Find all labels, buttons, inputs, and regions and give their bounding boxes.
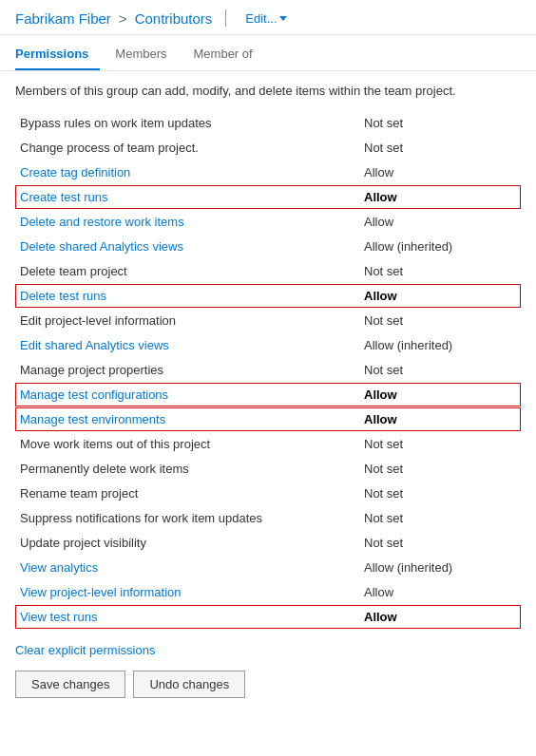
permission-name[interactable]: Create tag definition	[20, 165, 364, 180]
permission-value: Not set	[364, 511, 516, 525]
permission-value: Allow	[364, 215, 516, 229]
table-row: View analyticsAllow (inherited)	[15, 556, 521, 579]
permission-name[interactable]: Manage test configurations	[20, 387, 364, 402]
permission-value: Allow	[364, 190, 516, 204]
chevron-down-icon	[279, 16, 287, 21]
table-row: Manage project propertiesNot set	[15, 358, 521, 382]
group-link[interactable]: Contributors	[135, 10, 213, 27]
table-row: Delete shared Analytics viewsAllow (inhe…	[15, 235, 521, 258]
permission-value: Not set	[364, 536, 516, 550]
permission-value: Allow	[364, 289, 516, 303]
permission-name[interactable]: Delete and restore work items	[20, 215, 364, 229]
org-link[interactable]: Fabrikam Fiber	[15, 10, 111, 27]
permission-value: Not set	[364, 462, 516, 476]
permission-name: Manage project properties	[20, 363, 364, 377]
permission-value: Allow	[364, 585, 516, 599]
permissions-list: Bypass rules on work item updatesNot set…	[15, 111, 521, 629]
table-row: Manage test configurationsAllow	[15, 383, 521, 406]
permission-name: Permanently delete work items	[20, 462, 364, 476]
table-row: Rename team projectNot set	[15, 482, 521, 505]
table-row: Move work items out of this projectNot s…	[15, 432, 521, 456]
table-row: View project-level informationAllow	[15, 580, 521, 604]
save-button[interactable]: Save changes	[15, 671, 125, 698]
permission-value: Allow (inherited)	[364, 338, 516, 352]
table-row: Edit project-level informationNot set	[15, 309, 521, 332]
permission-name[interactable]: Manage test environments	[20, 412, 364, 426]
table-row: Delete team projectNot set	[15, 259, 521, 283]
permission-name[interactable]: View analytics	[20, 560, 364, 575]
permission-name: Rename team project	[20, 486, 364, 501]
permission-name: Bypass rules on work item updates	[20, 116, 364, 130]
table-row: Update project visibilityNot set	[15, 531, 521, 555]
permission-name: Update project visibility	[20, 536, 364, 550]
permission-value: Allow (inherited)	[364, 560, 516, 575]
permission-name: Move work items out of this project	[20, 437, 364, 451]
table-row: Manage test environmentsAllow	[15, 407, 521, 431]
action-buttons: Save changes Undo changes	[15, 671, 521, 698]
permission-value: Allow	[364, 610, 516, 624]
table-row: View test runsAllow	[15, 605, 521, 629]
content-area: Members of this group can add, modify, a…	[0, 71, 536, 713]
permission-value: Not set	[364, 437, 516, 451]
permission-name[interactable]: Edit shared Analytics views	[20, 338, 364, 352]
permission-name: Change process of team project.	[20, 141, 364, 155]
table-row: Create test runsAllow	[15, 185, 521, 209]
tab-member-of[interactable]: Member of	[194, 39, 264, 70]
tabs: Permissions Members Member of	[0, 39, 536, 71]
undo-button[interactable]: Undo changes	[133, 671, 245, 698]
edit-dropdown[interactable]: Edit...	[245, 11, 286, 26]
permission-name[interactable]: Create test runs	[20, 190, 364, 204]
permission-name[interactable]: Delete shared Analytics views	[20, 239, 364, 254]
permission-value: Allow	[364, 387, 516, 402]
permission-value: Allow (inherited)	[364, 239, 516, 254]
table-row: Bypass rules on work item updatesNot set	[15, 111, 521, 135]
permission-name: Edit project-level information	[20, 313, 364, 328]
permission-name: Suppress notifications for work item upd…	[20, 511, 364, 525]
header: Fabrikam Fiber > Contributors Edit...	[0, 0, 536, 35]
group-description: Members of this group can add, modify, a…	[15, 83, 521, 100]
permission-value: Not set	[364, 363, 516, 377]
tab-permissions[interactable]: Permissions	[15, 39, 100, 70]
permission-value: Allow	[364, 412, 516, 426]
permission-value: Not set	[364, 264, 516, 278]
permission-name[interactable]: View test runs	[20, 610, 364, 624]
table-row: Edit shared Analytics viewsAllow (inheri…	[15, 333, 521, 357]
table-row: Permanently delete work itemsNot set	[15, 457, 521, 481]
table-row: Create tag definitionAllow	[15, 161, 521, 184]
permission-name: Delete team project	[20, 264, 364, 278]
table-row: Suppress notifications for work item upd…	[15, 506, 521, 530]
edit-label: Edit...	[245, 11, 277, 26]
tab-members[interactable]: Members	[115, 39, 178, 70]
permission-name[interactable]: View project-level information	[20, 585, 364, 599]
permission-value: Not set	[364, 313, 516, 328]
table-row: Delete and restore work itemsAllow	[15, 210, 521, 234]
permission-value: Not set	[364, 486, 516, 501]
permission-value: Not set	[364, 116, 516, 130]
permission-name[interactable]: Delete test runs	[20, 289, 364, 303]
permission-value: Not set	[364, 141, 516, 155]
table-row: Change process of team project.Not set	[15, 136, 521, 160]
table-row: Delete test runsAllow	[15, 284, 521, 308]
clear-permissions-link[interactable]: Clear explicit permissions	[15, 643, 155, 657]
header-divider	[225, 9, 226, 27]
permission-value: Allow	[364, 165, 516, 180]
breadcrumb-separator: >	[119, 10, 127, 27]
